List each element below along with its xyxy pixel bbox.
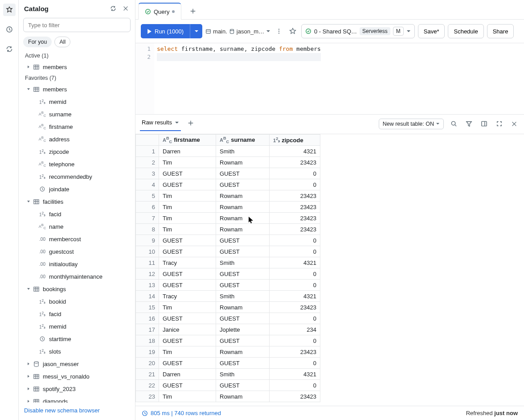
cell[interactable]: 4321 xyxy=(270,291,320,302)
chevron-icon[interactable] xyxy=(25,198,32,205)
table-row[interactable]: 9GUESTGUEST0 xyxy=(136,235,320,246)
cell[interactable]: 23423 xyxy=(270,157,320,168)
cell[interactable]: Rownam xyxy=(216,202,270,213)
search-results-icon[interactable] xyxy=(448,119,459,129)
tree-column-monthlymaintenance[interactable]: .00 monthlymaintenance xyxy=(20,270,133,283)
table-row[interactable]: 13GUESTGUEST0 xyxy=(136,280,320,291)
run-dropdown-button[interactable] xyxy=(190,24,202,38)
cell[interactable]: GUEST xyxy=(216,179,270,190)
cell[interactable]: Smith xyxy=(216,146,270,157)
table-row[interactable]: 2TimRownam23423 xyxy=(136,157,320,168)
cell[interactable]: Tim xyxy=(159,346,216,358)
tree-item-facilities[interactable]: facilities xyxy=(20,195,133,208)
fullscreen-icon[interactable] xyxy=(494,119,504,129)
table-row[interactable]: 23TimRownam23423 xyxy=(136,391,320,402)
cell[interactable]: GUEST xyxy=(159,280,216,291)
table-row[interactable]: 10GUESTGUEST0 xyxy=(136,246,320,257)
table-row[interactable]: 20GUESTGUEST0 xyxy=(136,358,320,369)
cell[interactable]: Rownam xyxy=(216,346,270,358)
new-tab-button[interactable] xyxy=(187,5,199,17)
table-row[interactable]: 21DarrenSmith4321 xyxy=(136,369,320,380)
table-row[interactable]: 5TimRownam23423 xyxy=(136,190,320,202)
favorite-star-icon[interactable] xyxy=(287,26,298,37)
table-row[interactable]: 14TracySmith4321 xyxy=(136,291,320,302)
tree-column-slots[interactable]: 12₃ slots xyxy=(20,345,133,358)
cell[interactable]: 0 xyxy=(270,280,320,291)
close-results-icon[interactable] xyxy=(509,119,520,129)
tree-item-spotify_2023[interactable]: spotify_2023 xyxy=(20,383,133,395)
cell[interactable]: Smith xyxy=(216,369,270,380)
table-row[interactable]: 4GUESTGUEST0 xyxy=(136,179,320,190)
cell[interactable]: 4321 xyxy=(270,369,320,380)
tree-column-address[interactable]: ABC address xyxy=(20,133,133,145)
rownum-header[interactable] xyxy=(136,135,159,146)
cell[interactable]: Rownam xyxy=(216,224,270,235)
tree-column-initialoutlay[interactable]: .00 initialoutlay xyxy=(20,258,133,270)
schedule-button[interactable]: Schedule xyxy=(448,24,483,38)
cell[interactable]: GUEST xyxy=(159,313,216,324)
filter-results-icon[interactable] xyxy=(463,119,474,129)
cell[interactable]: GUEST xyxy=(216,235,270,246)
tree-item-bookings[interactable]: bookings xyxy=(20,283,133,295)
share-button[interactable]: Share xyxy=(487,24,514,38)
results-grid[interactable]: ABCfirstnameABCsurname12₃zipcode1DarrenS… xyxy=(135,134,320,402)
tree-column-memid[interactable]: 12₃ memid xyxy=(20,320,133,333)
cell[interactable]: Tracy xyxy=(159,257,216,268)
cell[interactable]: 0 xyxy=(270,235,320,246)
cell[interactable]: GUEST xyxy=(216,268,270,280)
tree-column-guestcost[interactable]: .00 guestcost xyxy=(20,245,133,258)
tree-column-starttime[interactable]: starttime xyxy=(20,333,133,345)
chevron-icon[interactable] xyxy=(25,360,32,367)
tree-column-zipcode[interactable]: 12₃ zipcode xyxy=(20,145,133,158)
table-row[interactable]: 15TimRownam23423 xyxy=(136,302,320,313)
cell[interactable]: Rownam xyxy=(216,157,270,168)
table-row[interactable]: 16GUESTGUEST0 xyxy=(136,313,320,324)
tree-column-facid[interactable]: 12₃ facid xyxy=(20,208,133,220)
cell[interactable]: GUEST xyxy=(159,179,216,190)
history-rail-icon[interactable] xyxy=(3,23,16,36)
cell[interactable]: Rownam xyxy=(216,190,270,202)
results-grid-wrap[interactable]: ABCfirstnameABCsurname12₃zipcode1DarrenS… xyxy=(135,134,524,406)
table-row[interactable]: 22GUESTGUEST0 xyxy=(136,380,320,391)
table-row[interactable]: 3GUESTGUEST0 xyxy=(136,168,320,179)
close-catalog-icon[interactable] xyxy=(121,4,131,13)
cell[interactable]: 23423 xyxy=(270,391,320,402)
chip-all[interactable]: All xyxy=(54,37,70,47)
toggle-panel-icon[interactable] xyxy=(479,119,489,129)
cell[interactable]: 23423 xyxy=(270,302,320,313)
col-header-surname[interactable]: ABCsurname xyxy=(216,135,270,146)
cell[interactable]: 234 xyxy=(270,324,320,335)
run-button[interactable]: Run (1000) xyxy=(141,24,190,38)
save-button[interactable]: Save* xyxy=(418,24,445,38)
cell[interactable]: 0 xyxy=(270,380,320,391)
cell[interactable]: Tim xyxy=(159,213,216,224)
cell[interactable]: Rownam xyxy=(216,213,270,224)
tree-column-membercost[interactable]: .00 membercost xyxy=(20,233,133,245)
table-row[interactable]: 11TracySmith4321 xyxy=(136,257,320,268)
cell[interactable]: 23423 xyxy=(270,346,320,358)
cell[interactable]: GUEST xyxy=(216,280,270,291)
tree-column-telephone[interactable]: ABC telephone xyxy=(20,158,133,170)
chevron-icon[interactable] xyxy=(25,285,32,292)
cell[interactable]: 23423 xyxy=(270,224,320,235)
catalog-rail-icon[interactable] xyxy=(3,4,16,16)
cell[interactable]: 4321 xyxy=(270,146,320,157)
refresh-rail-icon[interactable] xyxy=(3,43,16,55)
table-row[interactable]: 17JaniceJoplette234 xyxy=(136,324,320,335)
table-row[interactable]: 19TimRownam23423 xyxy=(136,346,320,358)
table-row[interactable]: 8TimRownam23423 xyxy=(136,224,320,235)
cell[interactable]: GUEST xyxy=(216,246,270,257)
cell[interactable]: Tim xyxy=(159,391,216,402)
tree-item-diamonds[interactable]: diamonds xyxy=(20,395,133,403)
editor-code[interactable]: select firstname, surname, zipcode from … xyxy=(154,43,323,114)
cell[interactable]: GUEST xyxy=(159,335,216,346)
cell[interactable]: Darren xyxy=(159,369,216,380)
cell[interactable]: Tim xyxy=(159,202,216,213)
cell[interactable]: Smith xyxy=(216,291,270,302)
cell[interactable]: 0 xyxy=(270,246,320,257)
chevron-icon[interactable] xyxy=(25,373,32,380)
cell[interactable]: 23423 xyxy=(270,190,320,202)
cell[interactable]: GUEST xyxy=(216,335,270,346)
cell[interactable]: Darren xyxy=(159,146,216,157)
table-row[interactable]: 18GUESTGUEST0 xyxy=(136,335,320,346)
